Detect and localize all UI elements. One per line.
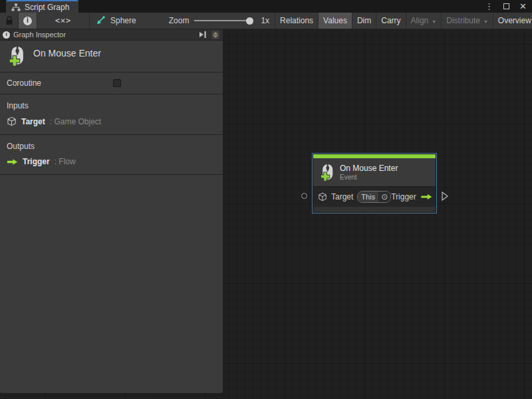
- node-port-row: Target This ⊙ Trigger: [313, 187, 436, 207]
- graph-target-icon: [95, 15, 106, 26]
- scroll-down-icon[interactable]: [213, 35, 218, 38]
- target-value-chip[interactable]: This ⊙: [357, 191, 391, 203]
- toolbar-button-label: Dim: [357, 16, 371, 25]
- node-title: On Mouse Enter: [340, 164, 398, 174]
- coroutine-checkbox[interactable]: [113, 79, 121, 87]
- toolbar-button-label: Overview: [498, 16, 531, 25]
- cube-icon: [318, 192, 327, 201]
- node-output-port: Trigger: [391, 192, 433, 201]
- toolbar-button-label: Carry: [381, 16, 400, 25]
- zoom-slider-track: [194, 20, 250, 21]
- toolbar-button-distribute[interactable]: Distribute ▼: [442, 13, 493, 29]
- close-icon[interactable]: ✕: [519, 2, 527, 11]
- toolbar-button-align[interactable]: Align ▼: [406, 13, 442, 29]
- variables-toggle-button[interactable]: <×>: [37, 13, 89, 29]
- window-menu-icon[interactable]: ⋮: [485, 2, 493, 11]
- inputs-section: Inputs Target : Game Object: [0, 94, 223, 134]
- node-subtitle: Event: [340, 174, 398, 182]
- unity-script-graph-window: Script Graph ⋮ ✕ i <: [0, 0, 532, 399]
- outputs-header: Outputs: [7, 142, 216, 151]
- zoom-control: Zoom 1x: [169, 16, 269, 25]
- graph-inspector-panel: i Graph Inspector: [0, 29, 223, 394]
- toolbar-right-group: Relations Values Dim Carry Align ▼ Distr…: [275, 13, 532, 29]
- maximize-icon[interactable]: [503, 3, 509, 9]
- zoom-slider-knob[interactable]: [246, 17, 253, 25]
- tab-title: Script Graph: [25, 3, 69, 12]
- input-port-label: Target: [331, 192, 353, 201]
- toolbar-button-values[interactable]: Values: [319, 13, 352, 29]
- output-port-label: Trigger: [391, 192, 416, 201]
- node-header[interactable]: On Mouse Enter Event: [313, 158, 436, 186]
- panel-scroll-buttons[interactable]: [211, 30, 220, 40]
- input-port-type: : Game Object: [50, 117, 101, 126]
- toolbar-button-label: Align: [411, 16, 429, 25]
- inspector-event-title: On Mouse Enter: [33, 48, 101, 59]
- zoom-slider[interactable]: [194, 16, 255, 25]
- node-footer: [313, 207, 436, 212]
- dropdown-arrow-icon: ▼: [432, 19, 436, 24]
- output-port-row: Trigger : Flow: [7, 157, 216, 166]
- output-port-type: : Flow: [55, 157, 76, 166]
- toolbar-left-group: i <×>: [0, 13, 90, 29]
- zoom-label: Zoom: [169, 16, 190, 25]
- dropdown-arrow-icon: ▼: [483, 19, 488, 24]
- input-port-name: Target: [21, 117, 45, 126]
- node-output-connection-port[interactable]: [441, 192, 449, 201]
- dock-panel-icon[interactable]: [199, 30, 207, 39]
- flow-arrow-icon: [7, 158, 18, 166]
- info-icon: i: [3, 31, 10, 39]
- tab-bar: Script Graph ⋮ ✕: [0, 0, 532, 13]
- scroll-up-icon[interactable]: [213, 32, 218, 35]
- toolbar-button-label: Distribute: [446, 16, 480, 25]
- toolbar-button-label: Relations: [280, 16, 313, 25]
- mouse-event-icon: [7, 46, 25, 66]
- graph-target-label[interactable]: Sphere: [110, 16, 136, 25]
- on-mouse-enter-node[interactable]: On Mouse Enter Event Target This ⊙: [312, 153, 437, 213]
- target-value-text: This: [358, 192, 378, 202]
- coroutine-row: Coroutine: [0, 72, 223, 94]
- code-brackets-icon: <×>: [55, 16, 72, 25]
- toolbar-button-overview[interactable]: Overview: [493, 13, 532, 29]
- coroutine-label: Coroutine: [7, 78, 41, 88]
- lock-icon: [5, 15, 14, 26]
- output-port-name: Trigger: [23, 157, 50, 166]
- outputs-section: Outputs Trigger : Flow: [0, 135, 223, 174]
- object-picker-icon[interactable]: ⊙: [378, 192, 390, 202]
- inspector-event-section: On Mouse Enter: [0, 41, 223, 72]
- inspector-empty-area: [0, 175, 223, 393]
- inspector-header-title: Graph Inspector: [13, 31, 196, 39]
- info-icon: i: [23, 17, 32, 25]
- window-controls: ⋮ ✕: [485, 0, 527, 13]
- inspector-header[interactable]: i Graph Inspector: [0, 29, 223, 41]
- mouse-event-icon: [319, 164, 334, 182]
- toolbar-button-label: Values: [323, 16, 347, 25]
- cube-icon: [7, 116, 17, 126]
- toolbar-button-carry[interactable]: Carry: [376, 13, 405, 29]
- tab-script-graph[interactable]: Script Graph: [6, 0, 78, 13]
- inspector-toggle-button[interactable]: i: [19, 13, 37, 29]
- zoom-value: 1x: [261, 16, 269, 25]
- inputs-header: Inputs: [7, 101, 216, 110]
- toolbar-button-dim[interactable]: Dim: [352, 13, 376, 29]
- node-input-connection-port[interactable]: [301, 193, 307, 199]
- toolbar-context-group: Sphere Zoom 1x: [90, 13, 275, 29]
- lock-button[interactable]: [0, 13, 18, 29]
- input-port-row: Target : Game Object: [7, 116, 216, 126]
- flow-arrow-icon[interactable]: [420, 193, 433, 201]
- graph-hierarchy-icon: [11, 3, 21, 11]
- node-input-port: Target This ⊙: [318, 191, 391, 203]
- graph-toolbar: i <×> Sphere Zoom: [0, 13, 532, 29]
- toolbar-button-relations[interactable]: Relations: [275, 13, 318, 29]
